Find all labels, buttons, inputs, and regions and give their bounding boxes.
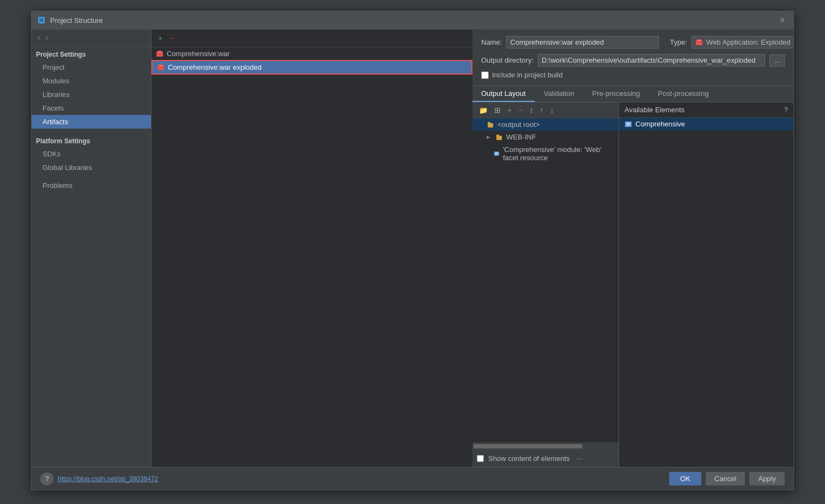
available-elements-header: Available Elements ?: [619, 102, 793, 118]
sidebar-item-libraries[interactable]: Libraries: [32, 88, 151, 101]
tab-pre-processing[interactable]: Pre-processing: [584, 86, 649, 102]
sidebar-item-sdks[interactable]: SDKs: [32, 147, 151, 161]
web-inf-label: WEB-INF: [506, 133, 536, 141]
title-bar: Project Structure ×: [32, 11, 793, 29]
module-resource-icon: [494, 150, 500, 157]
layout-toolbar-button[interactable]: ⊞: [492, 105, 503, 116]
sidebar-item-modules[interactable]: Modules: [32, 74, 151, 88]
folder-toolbar-button[interactable]: 📁: [477, 105, 490, 116]
sidebar-item-project[interactable]: Project: [32, 60, 151, 74]
available-elements-panel: Available Elements ? Comprehensive: [619, 102, 793, 467]
available-comprehensive-label: Comprehensive: [635, 120, 685, 128]
sidebar-item-global-libraries[interactable]: Global Libraries: [32, 161, 151, 174]
bottom-bar: ? https://blog.csdn.net/qq_38038472 OK C…: [32, 467, 793, 490]
comprehensive-module-icon: [624, 120, 632, 128]
web-inf-expand-icon[interactable]: ►: [486, 134, 492, 140]
output-tree-toolbar: 📁 ⊞ + − ↕ ↑ ↓: [472, 102, 618, 118]
artifact-toolbar: + −: [151, 29, 472, 47]
remove-element-button[interactable]: −: [516, 105, 525, 116]
add-artifact-button[interactable]: +: [156, 33, 165, 44]
output-dir-row: Output directory: ...: [481, 54, 785, 66]
nav-forward-button[interactable]: ›: [44, 33, 50, 42]
artifact-list: + − Comprehensive:war: [151, 29, 472, 467]
include-in-build-row: Include in project build: [481, 71, 785, 79]
tabs-bar: Output Layout Validation Pre-processing …: [472, 86, 793, 102]
tab-post-processing[interactable]: Post-processing: [649, 86, 718, 102]
name-field-group: Name:: [481, 36, 659, 48]
war-exploded-artifact-icon: [157, 64, 165, 71]
show-content-row: Show content of elements ···: [472, 449, 618, 467]
svg-rect-19: [488, 123, 493, 127]
available-elements-help-icon: ?: [784, 106, 788, 114]
artifact-war-exploded-label: Comprehensive:war exploded: [168, 63, 262, 71]
remove-artifact-button[interactable]: −: [167, 33, 175, 44]
sidebar: ‹ › Project Settings Project Modules Lib…: [32, 29, 151, 467]
artifact-item-war[interactable]: Comprehensive:war: [151, 47, 472, 60]
sort-button[interactable]: ↕: [527, 105, 535, 116]
include-in-build-checkbox[interactable]: [481, 71, 489, 79]
module-resource-label: 'Comprehensive' module: 'Web' facet reso…: [503, 145, 614, 162]
available-elements-label: Available Elements: [624, 106, 684, 114]
help-button[interactable]: ?: [40, 472, 53, 485]
type-label: Type:: [670, 38, 687, 46]
artifact-item-war-exploded[interactable]: Comprehensive:war exploded: [151, 60, 472, 75]
window-icon: [37, 16, 46, 25]
sidebar-item-artifacts[interactable]: Artifacts: [32, 115, 151, 129]
add-element-button[interactable]: +: [505, 105, 514, 116]
move-down-button[interactable]: ↓: [548, 105, 556, 116]
output-root-icon: [487, 121, 494, 129]
webapp-exploded-icon: [695, 39, 703, 46]
type-dropdown[interactable]: Web Application: Exploded ▼: [691, 36, 793, 48]
name-input[interactable]: [506, 36, 659, 48]
svg-rect-20: [488, 122, 490, 124]
show-content-checkbox[interactable]: [477, 455, 484, 462]
artifact-war-label: Comprehensive:war: [167, 50, 230, 58]
tab-output-layout[interactable]: Output Layout: [472, 86, 535, 102]
tree-item-web-inf[interactable]: ► WEB-INF: [472, 131, 618, 143]
tree-item-module-resource[interactable]: 'Comprehensive' module: 'Web' facet reso…: [472, 143, 618, 164]
scrollbar-thumb[interactable]: [474, 444, 583, 448]
output-root-label: <output root>: [498, 120, 539, 129]
svg-rect-21: [496, 136, 502, 140]
nav-arrows: ‹ ›: [32, 29, 151, 46]
close-button[interactable]: ×: [777, 15, 788, 26]
tree-item-output-root[interactable]: <output root>: [472, 118, 618, 131]
type-field-group: Type: Web Application: Exploded: [670, 36, 793, 48]
bottom-right: OK Cancel Apply: [669, 472, 785, 485]
name-label: Name:: [481, 38, 502, 46]
nav-back-button[interactable]: ‹: [36, 33, 42, 42]
tab-validation[interactable]: Validation: [535, 86, 584, 102]
svg-rect-22: [496, 135, 499, 136]
move-up-button[interactable]: ↑: [537, 105, 545, 116]
type-value: Web Application: Exploded: [706, 38, 790, 46]
web-inf-folder-icon: [495, 133, 503, 141]
output-dir-label: Output directory:: [481, 56, 533, 64]
url-link[interactable]: https://blog.csdn.net/qq_38038472: [58, 475, 158, 483]
apply-button[interactable]: Apply: [749, 472, 785, 485]
window-title: Project Structure: [50, 16, 103, 25]
output-dir-input[interactable]: [538, 54, 765, 66]
main-panel: Name: Type:: [472, 29, 793, 467]
show-content-more-button[interactable]: ···: [574, 453, 585, 464]
browse-button[interactable]: ...: [769, 54, 785, 66]
project-settings-label: Project Settings: [32, 46, 151, 60]
horizontal-scrollbar[interactable]: [472, 442, 618, 449]
show-content-label: Show content of elements: [488, 454, 570, 463]
ok-button[interactable]: OK: [669, 472, 701, 485]
available-item-comprehensive[interactable]: Comprehensive: [619, 118, 793, 130]
cancel-button[interactable]: Cancel: [706, 472, 745, 485]
sidebar-item-problems[interactable]: Problems: [32, 179, 151, 192]
sidebar-item-facets[interactable]: Facets: [32, 101, 151, 115]
bottom-left: ? https://blog.csdn.net/qq_38038472: [40, 472, 158, 485]
artifact-settings-top: Name: Type:: [472, 29, 793, 86]
output-layout-content: 📁 ⊞ + − ↕ ↑ ↓: [472, 102, 793, 467]
output-tree: <output root> ► WEB-INF: [472, 118, 618, 442]
include-in-build-label: Include in project build: [492, 71, 562, 79]
platform-settings-label: Platform Settings: [32, 133, 151, 147]
output-tree-panel: 📁 ⊞ + − ↕ ↑ ↓: [472, 102, 619, 467]
war-artifact-icon: [156, 50, 163, 58]
